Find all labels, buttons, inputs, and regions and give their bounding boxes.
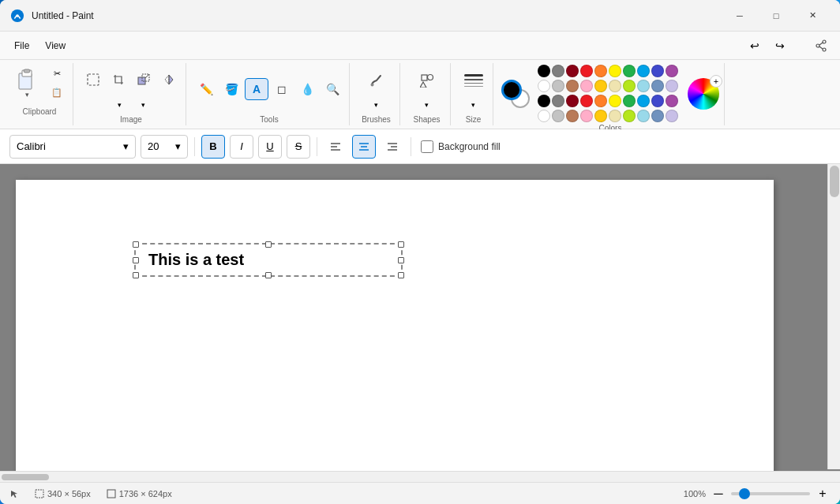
resize-handle-bc[interactable] bbox=[265, 272, 272, 278]
color-dot[interactable] bbox=[580, 95, 593, 107]
share-button[interactable] bbox=[808, 35, 834, 57]
flip-button[interactable] bbox=[157, 69, 181, 91]
color-dot[interactable] bbox=[623, 80, 636, 92]
color-dot[interactable] bbox=[594, 65, 607, 77]
color-dot[interactable] bbox=[651, 95, 664, 107]
align-center-icon bbox=[358, 140, 370, 153]
shapes-button[interactable] bbox=[415, 69, 439, 91]
color-dot[interactable] bbox=[566, 80, 579, 92]
italic-button[interactable]: I bbox=[230, 135, 253, 159]
font-size-select[interactable]: 20 ▾ bbox=[141, 135, 188, 159]
resize-handle-br[interactable] bbox=[398, 272, 404, 278]
color-dot[interactable] bbox=[609, 65, 621, 77]
resize-handle-tc[interactable] bbox=[265, 241, 272, 248]
color-dot[interactable] bbox=[594, 110, 607, 122]
color-dot[interactable] bbox=[566, 110, 579, 122]
eraser-button[interactable]: ◻ bbox=[270, 78, 294, 100]
close-button[interactable]: ✕ bbox=[794, 3, 831, 28]
zoom-in-button[interactable]: + bbox=[815, 486, 831, 502]
resize-handle-mr[interactable] bbox=[398, 257, 404, 263]
color-dot[interactable] bbox=[552, 95, 564, 107]
image-resize-dropdown[interactable]: ▾ bbox=[132, 96, 154, 114]
canvas-size-item: 1736 × 624px bbox=[107, 489, 172, 498]
color-dot[interactable] bbox=[637, 80, 650, 92]
resize-handle-tr[interactable] bbox=[398, 241, 404, 248]
color-dot[interactable] bbox=[651, 80, 664, 92]
align-center-button[interactable] bbox=[352, 135, 376, 159]
redo-button[interactable]: ↪ bbox=[767, 35, 793, 57]
color-dot[interactable] bbox=[594, 80, 607, 92]
color-dot[interactable] bbox=[552, 65, 564, 77]
maximize-button[interactable]: □ bbox=[758, 3, 794, 28]
color-dot[interactable] bbox=[580, 80, 593, 92]
cut-button[interactable]: ✂ bbox=[46, 65, 68, 82]
resize-handle-ml[interactable] bbox=[133, 257, 139, 263]
color-dot[interactable] bbox=[552, 110, 564, 122]
undo-button[interactable]: ↩ bbox=[742, 35, 767, 57]
color-dot[interactable] bbox=[594, 95, 607, 107]
shapes-dropdown[interactable]: ▾ bbox=[416, 96, 438, 114]
color-dot[interactable] bbox=[538, 80, 550, 92]
zoom-slider[interactable] bbox=[731, 492, 810, 495]
color-dot[interactable] bbox=[637, 65, 650, 77]
vertical-scroll-thumb[interactable] bbox=[830, 166, 839, 197]
color-dot[interactable] bbox=[609, 110, 621, 122]
color-dot[interactable] bbox=[566, 65, 579, 77]
resize-handle-bl[interactable] bbox=[133, 272, 139, 278]
color-dot[interactable] bbox=[552, 80, 564, 92]
color-dot[interactable] bbox=[609, 95, 621, 107]
color-dot[interactable] bbox=[637, 95, 650, 107]
select-button[interactable] bbox=[81, 69, 105, 91]
color-dot[interactable] bbox=[538, 65, 550, 77]
paste-button[interactable]: ▾ bbox=[11, 65, 43, 103]
foreground-color-swatch[interactable] bbox=[501, 80, 522, 100]
horizontal-scroll-thumb[interactable] bbox=[2, 474, 49, 480]
color-dot[interactable] bbox=[666, 110, 678, 122]
menu-view[interactable]: View bbox=[37, 37, 73, 54]
color-dot[interactable] bbox=[666, 80, 678, 92]
color-dot[interactable] bbox=[666, 65, 678, 77]
color-dot[interactable] bbox=[538, 110, 550, 122]
text-button[interactable]: A bbox=[245, 78, 268, 100]
canvas-container[interactable]: This is a test bbox=[0, 164, 840, 471]
size-dropdown[interactable]: ▾ bbox=[463, 96, 485, 114]
brushes-dropdown[interactable]: ▾ bbox=[366, 96, 388, 114]
strikethrough-button[interactable]: S bbox=[287, 135, 310, 159]
color-dot[interactable] bbox=[623, 110, 636, 122]
color-dot[interactable] bbox=[566, 95, 579, 107]
brushes-button[interactable] bbox=[365, 69, 388, 91]
horizontal-scroll-track[interactable] bbox=[2, 473, 838, 481]
background-fill-checkbox[interactable] bbox=[421, 140, 433, 153]
color-dot[interactable] bbox=[651, 110, 664, 122]
minimize-button[interactable]: ─ bbox=[722, 3, 758, 28]
color-dot[interactable] bbox=[623, 95, 636, 107]
text-box[interactable]: This is a test bbox=[134, 243, 403, 277]
vertical-scrollbar[interactable] bbox=[827, 164, 840, 469]
color-dot[interactable] bbox=[580, 110, 593, 122]
color-dot[interactable] bbox=[623, 65, 636, 77]
align-left-button[interactable] bbox=[324, 135, 347, 159]
color-dot[interactable] bbox=[637, 110, 650, 122]
zoom-out-button[interactable]: ─ bbox=[711, 486, 726, 502]
resize-handle-tl[interactable] bbox=[133, 241, 139, 248]
magnifier-button[interactable]: 🔍 bbox=[321, 78, 344, 100]
crop-button[interactable] bbox=[107, 69, 130, 91]
fill-button[interactable]: 🪣 bbox=[219, 78, 243, 100]
color-dot[interactable] bbox=[609, 80, 621, 92]
resize-button[interactable] bbox=[132, 69, 156, 91]
bold-button[interactable]: B bbox=[201, 135, 225, 159]
menu-file[interactable]: File bbox=[6, 37, 37, 54]
color-dot[interactable] bbox=[538, 95, 550, 107]
align-right-button[interactable] bbox=[381, 135, 404, 159]
edit-colors-button[interactable] bbox=[688, 78, 719, 110]
copy-button[interactable]: 📋 bbox=[46, 84, 68, 101]
pencil-button[interactable]: ✏️ bbox=[194, 78, 218, 100]
underline-button[interactable]: U bbox=[258, 135, 282, 159]
color-dot[interactable] bbox=[666, 95, 678, 107]
color-dot[interactable] bbox=[651, 65, 664, 77]
colorpicker-button[interactable]: 💧 bbox=[295, 78, 319, 100]
image-select-dropdown[interactable]: ▾ bbox=[108, 96, 130, 114]
horizontal-scrollbar[interactable] bbox=[0, 471, 840, 482]
font-select[interactable]: Calibri ▾ bbox=[9, 135, 136, 159]
color-dot[interactable] bbox=[580, 65, 593, 77]
